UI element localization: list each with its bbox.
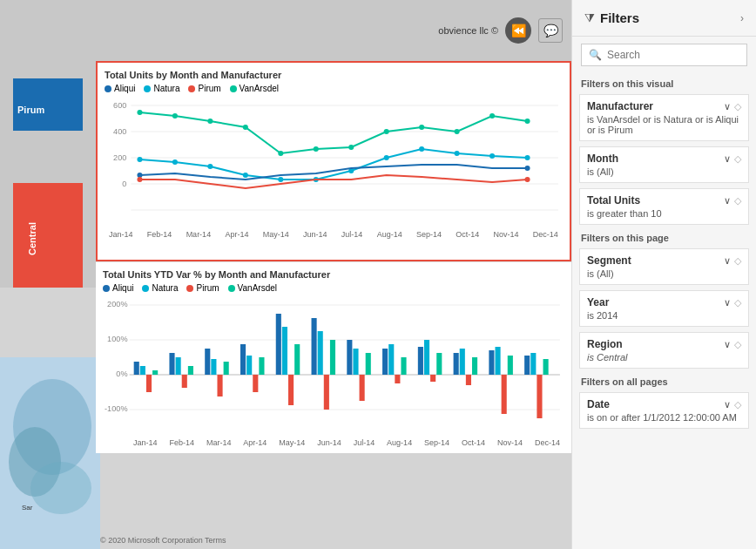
year-chevron[interactable]: ∨ — [724, 297, 731, 308]
natura-label: Natura — [153, 84, 179, 93]
bar-pirum-dot — [186, 285, 193, 292]
filter-total-units-subtitle: is greater than 10 — [587, 208, 741, 219]
total-units-eraser[interactable]: ◇ — [734, 195, 741, 207]
filter-year-title: Year — [587, 296, 609, 308]
svg-text:200: 200 — [113, 153, 126, 162]
svg-rect-85 — [436, 353, 442, 375]
svg-rect-68 — [288, 375, 294, 405]
filter-card-total-units: Total Units ∨ ◇ is greater than 10 — [579, 188, 749, 225]
filters-title: Filters — [600, 10, 639, 25]
manufacturer-eraser[interactable]: ◇ — [734, 101, 741, 112]
svg-rect-70 — [312, 318, 317, 375]
bar-legend-natura: Natura — [142, 283, 178, 293]
filter-year-subtitle: is 2014 — [587, 310, 741, 321]
svg-rect-67 — [282, 327, 287, 375]
side-visual: Pirum Central — [0, 61, 96, 288]
date-chevron[interactable]: ∨ — [724, 399, 731, 410]
manufacturer-chevron[interactable]: ∨ — [724, 101, 731, 112]
bar-chart-x-labels: Jan-14Feb-14Mar-14Apr-14 May-14Jun-14Jul… — [129, 438, 564, 447]
svg-rect-58 — [205, 349, 210, 375]
bar-vanarsdel-dot — [228, 285, 235, 292]
chat-icon[interactable]: 💬 — [538, 18, 563, 43]
legend-natura: Natura — [144, 84, 179, 93]
filter-manufacturer-subtitle: is VanArsdel or is Natura or is Aliqui o… — [587, 114, 741, 135]
segment-chevron[interactable]: ∨ — [724, 255, 731, 267]
line-chart: Total Units by Month and Manufacturer Al… — [96, 61, 571, 261]
svg-rect-79 — [388, 344, 394, 375]
line-chart-title: Total Units by Month and Manufacturer — [105, 70, 563, 80]
segment-eraser[interactable]: ◇ — [734, 255, 741, 267]
svg-rect-74 — [347, 340, 352, 375]
logo-text: obvience llc © — [438, 25, 498, 36]
month-eraser[interactable]: ◇ — [734, 153, 741, 165]
line-chart-x-labels: Jan-14Feb-14Mar-14Apr-14 May-14Jun-14Jul… — [105, 230, 563, 239]
filter-segment-header: Segment ∨ ◇ — [587, 254, 741, 267]
svg-point-31 — [489, 153, 495, 159]
date-eraser[interactable]: ◇ — [734, 399, 741, 410]
filter-month-header: Month ∨ ◇ — [587, 152, 741, 165]
total-units-chevron[interactable]: ∨ — [724, 195, 731, 207]
svg-rect-90 — [489, 350, 494, 375]
footer-text: © 2020 Microsoft Corporation Terms — [100, 536, 226, 545]
svg-rect-88 — [466, 375, 471, 385]
svg-rect-81 — [401, 357, 406, 375]
svg-rect-84 — [430, 375, 435, 382]
svg-rect-89 — [472, 357, 477, 375]
filter-month-actions: ∨ ◇ — [724, 153, 741, 165]
pirum-label: Pirum — [198, 84, 220, 93]
region-chevron[interactable]: ∨ — [724, 339, 731, 350]
filter-manufacturer-title: Manufacturer — [587, 100, 653, 112]
year-eraser[interactable]: ◇ — [734, 297, 741, 308]
svg-text:200%: 200% — [107, 300, 127, 308]
svg-rect-97 — [543, 359, 549, 375]
filters-collapse-icon[interactable]: › — [740, 12, 744, 24]
svg-rect-96 — [537, 375, 542, 418]
filter-date-subtitle: is on or after 1/1/2012 12:00:00 AM — [587, 412, 741, 423]
svg-rect-75 — [353, 349, 358, 375]
svg-rect-71 — [318, 331, 323, 375]
filter-card-manufacturer: Manufacturer ∨ ◇ is VanArsdel or is Natu… — [579, 94, 749, 141]
svg-rect-54 — [169, 353, 174, 375]
svg-rect-53 — [152, 370, 158, 375]
bar-chart-legend: Aliqui Natura Pirum VanArsdel — [103, 283, 564, 293]
top-bar: obvience llc © ⏪ 💬 — [0, 0, 571, 61]
svg-point-34 — [525, 166, 530, 171]
bar-aliqui-dot — [103, 285, 110, 292]
filter-month-subtitle: is (All) — [587, 166, 741, 177]
svg-rect-73 — [330, 340, 335, 375]
avatar-icon[interactable]: ⏪ — [505, 17, 531, 44]
filter-segment-subtitle: is (All) — [587, 268, 741, 279]
svg-rect-62 — [240, 344, 246, 375]
svg-text:100%: 100% — [107, 335, 127, 343]
svg-point-24 — [243, 173, 248, 178]
svg-rect-95 — [530, 353, 536, 375]
bar-chart-title: Total Units YTD Var % by Month and Manuf… — [103, 269, 564, 280]
search-input[interactable] — [607, 49, 739, 61]
section-visual-label: Filters on this visual — [572, 73, 756, 92]
svg-rect-57 — [188, 366, 193, 375]
filter-total-units-title: Total Units — [587, 194, 640, 207]
svg-rect-56 — [182, 375, 187, 388]
svg-rect-92 — [502, 375, 507, 414]
filter-manufacturer-actions: ∨ ◇ — [724, 101, 741, 112]
filter-region-subtitle: is Central — [587, 352, 741, 363]
bar-pirum-label: Pirum — [196, 283, 219, 293]
filter-card-region: Region ∨ ◇ is Central — [579, 332, 749, 369]
filter-segment-title: Segment — [587, 254, 631, 267]
svg-rect-59 — [211, 359, 216, 375]
region-eraser[interactable]: ◇ — [734, 339, 741, 350]
central-label: Central — [27, 222, 37, 255]
month-chevron[interactable]: ∨ — [724, 153, 731, 165]
search-box[interactable]: 🔍 — [581, 44, 747, 66]
svg-point-11 — [207, 119, 213, 124]
svg-rect-64 — [253, 375, 258, 392]
filters-panel: ⧩ Filters › 🔍 Filters on this visual Man… — [571, 0, 756, 549]
filter-card-date: Date ∨ ◇ is on or after 1/1/2012 12:00:0… — [579, 392, 749, 429]
vanarsdel-label: VanArsdel — [240, 84, 279, 93]
legend-vanarsdel: VanArsdel — [230, 84, 279, 93]
svg-point-20 — [525, 119, 530, 124]
svg-point-15 — [348, 145, 354, 150]
aliqui-label: Aliqui — [114, 84, 135, 93]
svg-rect-60 — [217, 375, 222, 396]
svg-rect-77 — [366, 353, 371, 375]
